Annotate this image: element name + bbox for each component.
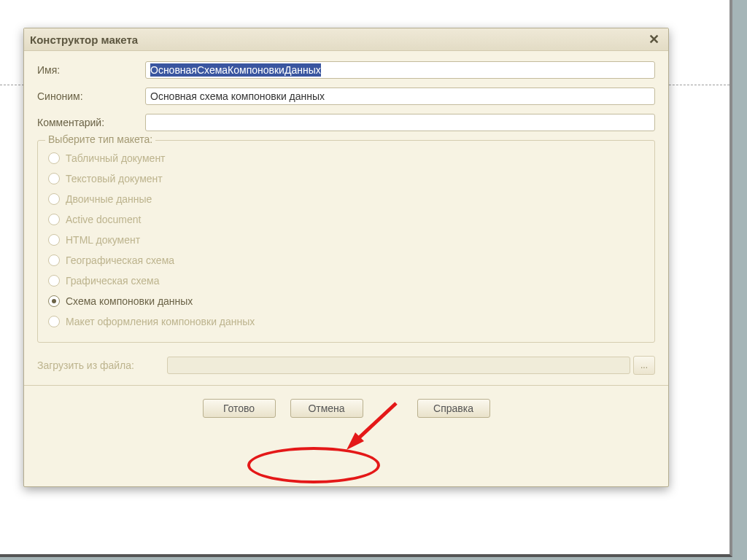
radio-label: Табличный документ xyxy=(66,152,166,164)
load-from-file-input xyxy=(167,357,630,374)
template-type-radio: Двоичные данные xyxy=(48,189,644,209)
radio-label: Схема компоновки данных xyxy=(66,295,193,307)
comment-label: Комментарий: xyxy=(37,117,145,128)
radio-icon xyxy=(48,316,60,327)
button-row: Готово Отмена Справка xyxy=(37,386,655,418)
template-type-legend: Выберите тип макета: xyxy=(45,133,155,145)
radio-label: HTML документ xyxy=(66,234,140,246)
load-from-file-label: Загрузить из файла: xyxy=(37,359,167,371)
template-type-radio: Текстовый документ xyxy=(48,168,644,189)
radio-icon xyxy=(48,234,60,246)
dialog-title: Конструктор макета xyxy=(30,34,138,46)
radio-label: Active document xyxy=(66,214,142,225)
radio-label: Двоичные данные xyxy=(66,193,152,205)
radio-icon xyxy=(48,152,60,164)
radio-icon xyxy=(48,193,60,205)
cancel-button[interactable]: Отмена xyxy=(290,399,363,418)
template-type-radio: Табличный документ xyxy=(48,148,644,168)
template-type-radio: Active document xyxy=(48,209,644,230)
browse-button: ... xyxy=(633,356,655,375)
template-type-radio: HTML документ xyxy=(48,230,644,250)
synonym-label: Синоним: xyxy=(37,90,145,102)
close-icon[interactable]: ✕ xyxy=(645,31,662,47)
comment-input[interactable] xyxy=(145,114,655,131)
name-input[interactable]: ОсновнаяСхемаКомпоновкиДанных xyxy=(145,61,655,79)
ok-button[interactable]: Готово xyxy=(203,399,276,418)
template-type-radio: Географическая схема xyxy=(48,250,644,271)
template-type-radio: Макет оформления компоновки данных xyxy=(48,311,644,332)
radio-icon xyxy=(48,173,60,184)
template-type-radio: Графическая схема xyxy=(48,271,644,291)
name-label: Имя: xyxy=(37,64,145,76)
radio-label: Географическая схема xyxy=(66,254,174,266)
radio-label: Макет оформления компоновки данных xyxy=(66,316,255,327)
radio-icon xyxy=(48,295,60,307)
help-button[interactable]: Справка xyxy=(417,399,490,418)
titlebar: Конструктор макета ✕ xyxy=(24,28,668,51)
template-type-group: Выберите тип макета: Табличный документТ… xyxy=(37,140,655,343)
annotation-ellipse xyxy=(247,447,380,483)
radio-label: Текстовый документ xyxy=(66,173,163,184)
template-type-radio[interactable]: Схема компоновки данных xyxy=(48,291,644,311)
radio-icon xyxy=(48,275,60,287)
radio-label: Графическая схема xyxy=(66,275,160,287)
radio-icon xyxy=(48,214,60,225)
svg-marker-1 xyxy=(347,432,364,450)
synonym-input[interactable]: Основная схема компоновки данных xyxy=(145,88,655,105)
radio-icon xyxy=(48,254,60,266)
layout-constructor-dialog: Конструктор макета ✕ Имя: ОсновнаяСхемаК… xyxy=(23,28,669,487)
